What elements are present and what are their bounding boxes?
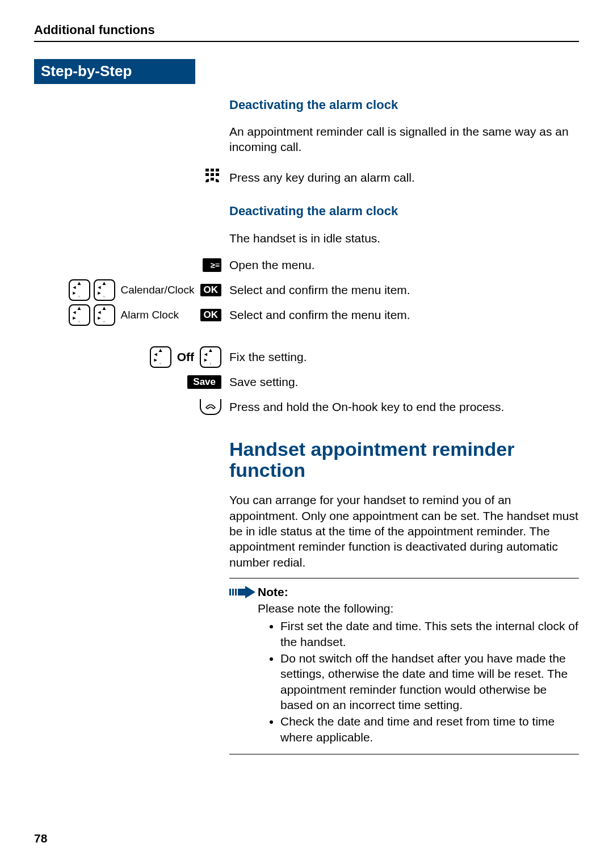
step-text: Press and hold the On-hook key to end th… [225, 398, 579, 416]
keypad-icon [203, 167, 221, 188]
step-text: Open the menu. [225, 256, 579, 274]
note-intro: Please note the following: [258, 601, 579, 616]
nav-key-icon: ▲▫ [150, 346, 171, 368]
svg-rect-6 [211, 178, 214, 181]
ok-softkey: OK [200, 284, 222, 296]
heading-appointment-reminder: Handset appointment reminder function [229, 439, 579, 481]
off-label: Off [175, 350, 196, 364]
menu-item-calendar-clock: Calendar/Clock [119, 284, 197, 296]
step-text: Save setting. [225, 373, 579, 391]
paragraph: An appointment reminder call is signalle… [229, 124, 579, 155]
svg-rect-3 [205, 173, 209, 176]
svg-rect-1 [211, 169, 214, 171]
menu-item-alarm-clock: Alarm Clock [119, 309, 197, 321]
ok-softkey: OK [200, 309, 222, 321]
step-text: Select and confirm the menu item. [225, 281, 579, 299]
svg-rect-9 [235, 589, 237, 596]
svg-rect-7 [229, 589, 231, 596]
step-by-step-banner: Step-by-Step [34, 59, 195, 84]
on-hook-key-icon [200, 399, 221, 415]
note-list-item: Do not switch off the handset after you … [280, 651, 579, 712]
note-arrow-icon [229, 584, 258, 746]
running-head: Additional functions [34, 23, 579, 42]
nav-key-icon: ▲▫ [94, 279, 115, 301]
svg-rect-2 [216, 169, 219, 171]
svg-rect-0 [205, 169, 209, 171]
note-list-item: Check the date and time and reset from t… [280, 714, 579, 745]
page-number: 78 [34, 832, 47, 845]
nav-key-icon: ▲▫ [94, 304, 115, 326]
svg-rect-5 [216, 173, 219, 176]
step-text: Press any key during an alarm call. [225, 169, 579, 187]
svg-rect-8 [232, 589, 234, 596]
nav-key-icon: ▲▫ [200, 346, 221, 368]
subhead-deactivate-2: Deactivating the alarm clock [229, 204, 579, 219]
paragraph: You can arrange for your handset to remi… [229, 492, 579, 569]
svg-rect-4 [211, 173, 214, 176]
save-softkey: Save [187, 375, 221, 389]
paragraph: The handset is in idle status. [229, 230, 579, 246]
note-box: Note: Please note the following: First s… [229, 578, 579, 754]
subhead-deactivate-1: Deactivating the alarm clock [229, 98, 579, 112]
menu-icon: ≥≡ [203, 258, 221, 272]
step-text: Fix the setting. [225, 348, 579, 366]
note-list-item: First set the date and time. This sets t… [280, 618, 579, 649]
nav-key-icon: ▲▫ [69, 279, 90, 301]
note-title: Note: [258, 584, 579, 599]
nav-key-icon: ▲▫ [69, 304, 90, 326]
step-text: Select and confirm the menu item. [225, 306, 579, 324]
